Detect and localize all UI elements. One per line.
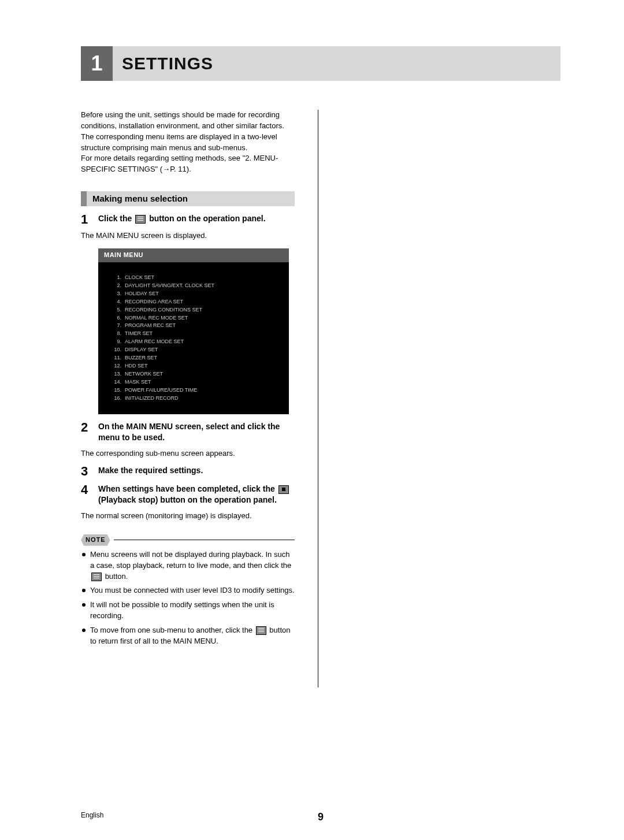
item-num: 9. [109,338,125,346]
item-text: BUZZER SET [125,354,289,362]
item-text: TIMER SET [125,330,289,338]
item-num: 7. [109,322,125,330]
footer-language: English [81,811,103,819]
item-text: DISPLAY SET [125,346,289,354]
step-2-number: 2 [81,421,98,444]
item-num: 16. [109,395,125,403]
item-num: 11. [109,354,125,362]
content-columns: Before using the unit, settings should b… [81,110,560,687]
playback-stop-icon [278,485,289,494]
note-list: Menu screens will not be displayed durin… [81,549,295,647]
item-text: ALARM REC MODE SET [125,338,289,346]
chapter-title: SETTINGS [122,54,213,73]
step-1-text-a: Click the [98,214,134,223]
item-num: 14. [109,378,125,386]
main-menu-item: 7.PROGRAM REC SET [109,322,289,330]
main-menu-item: 10.DISPLAY SET [109,346,289,354]
item-num: 2. [109,282,125,290]
step-3-body: Make the required settings. [98,465,295,478]
item-text: RECORDING CONDITIONS SET [125,306,289,314]
item-num: 8. [109,330,125,338]
item-text: POWER FAILURE/USED TIME [125,386,289,395]
item-num: 13. [109,370,125,378]
intro-text-2: For more details regarding setting metho… [81,153,295,175]
note-label: NOTE [81,534,110,546]
main-menu-item: 16.INITIALIZED RECORD [109,395,289,403]
section-header-text: Making menu selection [87,191,188,206]
item-num: 3. [109,290,125,298]
step-2-body: On the MAIN MENU screen, select and clic… [98,421,295,444]
step-3-number: 3 [81,465,98,478]
step-4-number: 4 [81,484,98,506]
main-menu-item: 3.HOLIDAY SET [109,290,289,298]
item-text: CLOCK SET [125,274,289,282]
item-text: RECORDING AREA SET [125,298,289,306]
page: 1 SETTINGS Before using the unit, settin… [0,0,624,840]
main-menu-item: 1.CLOCK SET [109,274,289,282]
intro-text-1: Before using the unit, settings should b… [81,110,295,153]
item-num: 5. [109,306,125,314]
note-1-text-a: Menu screens will not be displayed durin… [90,550,291,570]
item-text: NORMAL REC MODE SET [125,314,289,322]
step-1-text-b: button on the operation panel. [149,214,265,223]
item-text: NETWORK SET [125,370,289,378]
main-menu-item: 12.HDD SET [109,362,289,370]
step-1-number: 1 [81,213,98,226]
step-2: 2 On the MAIN MENU screen, select and cl… [81,421,295,444]
main-menu-item: 13.NETWORK SET [109,370,289,378]
item-text: INITIALIZED RECORD [125,395,289,403]
note-item-3: It will not be possible to modify settin… [81,600,295,622]
step-3: 3 Make the required settings. [81,465,295,478]
item-text: PROGRAM REC SET [125,322,289,330]
item-num: 12. [109,362,125,370]
step-4-body: When settings have been completed, click… [98,484,295,506]
main-menu-item: 9.ALARM REC MODE SET [109,338,289,346]
note-1-text-b: button. [105,572,128,581]
chapter-title-bar: 1 SETTINGS [81,46,560,81]
step-2-desc: The corresponding sub-menu screen appear… [81,448,295,459]
item-text: HDD SET [125,362,289,370]
main-menu-item: 5.RECORDING CONDITIONS SET [109,306,289,314]
item-num: 10. [109,346,125,354]
main-menu-item: 14.MASK SET [109,378,289,386]
intro-paragraph: Before using the unit, settings should b… [81,110,295,175]
step-1: 1 Click the button on the operation pane… [81,213,295,226]
main-menu-item: 11.BUZZER SET [109,354,289,362]
note-item-2: You must be connected with user level ID… [81,585,295,596]
main-menu-screenshot: MAIN MENU 1.CLOCK SET 2.DAYLIGHT SAVING/… [98,248,289,414]
note-header: NOTE [81,534,295,546]
note-4-text-a: To move from one sub-menu to another, cl… [90,626,255,634]
item-text: DAYLIGHT SAVING/EXT. CLOCK SET [125,282,289,290]
menu-icon [256,626,266,635]
note-block: NOTE Menu screens will not be displayed … [81,534,295,647]
note-item-4: To move from one sub-menu to another, cl… [81,625,295,647]
step-4-text-a: When settings have been completed, click… [98,484,277,493]
section-header: Making menu selection [81,191,295,206]
item-text: MASK SET [125,378,289,386]
left-column: Before using the unit, settings should b… [81,110,295,687]
main-menu-item: 15.POWER FAILURE/USED TIME [109,386,289,395]
item-num: 6. [109,314,125,322]
note-item-1: Menu screens will not be displayed durin… [81,549,295,582]
step-4-text-b: (Playback stop) button on the operation … [98,495,277,504]
main-menu-item: 6.NORMAL REC MODE SET [109,314,289,322]
step-1-desc: The MAIN MENU screen is displayed. [81,231,295,241]
main-menu-item: 8.TIMER SET [109,330,289,338]
item-num: 15. [109,386,125,395]
note-rule [114,540,295,540]
menu-icon [91,573,102,581]
step-4: 4 When settings have been completed, cli… [81,484,295,506]
step-1-body: Click the button on the operation panel. [98,213,295,226]
item-num: 4. [109,298,125,306]
main-menu-item: 2.DAYLIGHT SAVING/EXT. CLOCK SET [109,282,289,290]
main-menu-list: 1.CLOCK SET 2.DAYLIGHT SAVING/EXT. CLOCK… [98,262,289,405]
step-4-desc: The normal screen (monitoring image) is … [81,511,295,522]
page-number: 9 [318,811,324,823]
main-menu-item: 4.RECORDING AREA SET [109,298,289,306]
item-num: 1. [109,274,125,282]
menu-icon [135,215,146,224]
main-menu-title: MAIN MENU [98,248,289,262]
column-divider [318,110,318,687]
chapter-number: 1 [81,46,113,81]
item-text: HOLIDAY SET [125,290,289,298]
